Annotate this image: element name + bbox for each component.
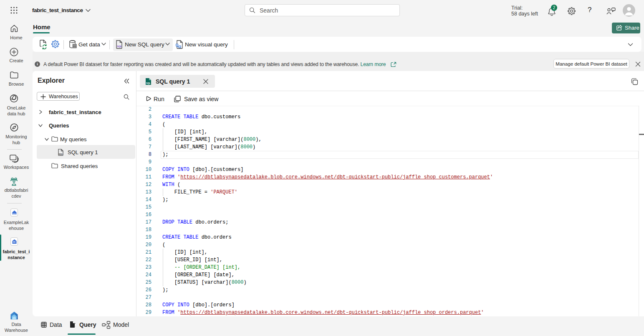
svg-text:SQL: SQL [59,153,63,155]
svg-text:SQL: SQL [117,45,122,48]
svg-text:SQL: SQL [146,82,151,84]
